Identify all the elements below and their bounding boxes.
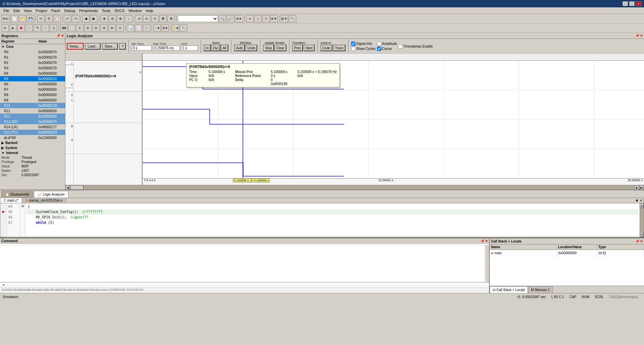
tb-config-btn[interactable]: ⚙▼ <box>235 15 243 22</box>
la-scroll-thumb[interactable] <box>70 185 84 190</box>
la-clear-btn[interactable]: Clear <box>274 45 286 51</box>
cs-tab-callstack[interactable]: ⛁ Call Stack + Locals <box>490 286 528 293</box>
reg-row-r13[interactable]: R13 (SP) 0x20006670 <box>0 119 65 124</box>
restore-btn[interactable]: □ <box>629 1 635 6</box>
tb-debug-rst-btn[interactable]: ⟳ <box>1 24 9 32</box>
tb-debug-x-btn[interactable]: ✕ <box>262 15 270 22</box>
la-timestamps-check[interactable]: Timestamps Enable <box>398 44 433 49</box>
tb-step-out-btn[interactable]: ↑ <box>42 24 49 32</box>
la-waveform-draw[interactable]: (PORTB&0x00000200)>>9 Time: Value: PC S:… <box>143 61 644 178</box>
la-show-cycles-input[interactable] <box>351 47 356 51</box>
la-scroll-track[interactable] <box>70 185 635 190</box>
code-scroll-up[interactable]: ▲ <box>640 203 644 208</box>
tb-run-btn[interactable]: ▶ <box>9 24 17 32</box>
la-timestamps-input[interactable] <box>398 44 402 49</box>
code-tab-startup[interactable]: A startup_stm32f103xb.s <box>22 198 66 203</box>
menu-peripherals[interactable]: Peripherals <box>77 8 100 13</box>
la-cursor-input[interactable] <box>377 47 381 51</box>
reg-row-r4[interactable]: R4 0x00000000 <box>0 71 65 76</box>
menu-debug[interactable]: Debug <box>62 8 77 13</box>
reg-row-r3[interactable]: R3 0x20000270 <box>0 65 65 71</box>
reg-row-r11[interactable]: R11 0x00000000 <box>0 108 65 114</box>
la-amplitude-check[interactable]: Amplitude <box>377 42 397 46</box>
command-pin-icon[interactable]: 📌 <box>480 239 484 243</box>
la-scroll-right-btn[interactable]: ▶ <box>635 185 639 190</box>
reg-row-xpsr[interactable]: ⊞xPSR 0x21000000 <box>0 135 65 140</box>
minimize-btn[interactable]: ─ <box>623 1 628 6</box>
tb-dbgconf-btn[interactable]: ⚙▼ <box>161 24 169 32</box>
callstack-header-controls[interactable]: 📌 ✕ <box>635 239 643 243</box>
reg-group-banked[interactable]: ▶ Banked <box>0 140 65 145</box>
code-close-icon[interactable]: ✕ <box>640 199 642 202</box>
menu-flash[interactable]: Flash <box>49 8 62 13</box>
menu-file[interactable]: File <box>1 8 11 13</box>
la-signal-info-check[interactable]: Signal Info <box>351 42 376 46</box>
reg-row-r12[interactable]: R12 0x20000050 <box>0 114 65 119</box>
tb-bp3-btn[interactable]: ⊗ <box>117 15 124 22</box>
reg-row-r1[interactable]: R1 0x20000270 <box>0 55 65 60</box>
menu-edit[interactable]: Edit <box>11 8 22 13</box>
tb-bp4-btn[interactable]: ↓ <box>125 15 132 22</box>
la-auto-btn[interactable]: Auto <box>234 45 245 51</box>
tb-redo-btn[interactable]: ↪ <box>72 15 79 22</box>
menu-window[interactable]: Window <box>126 8 144 13</box>
la-mintime-input[interactable] <box>131 46 152 51</box>
tb-indent-btn[interactable]: ⇥ <box>135 15 143 22</box>
tab-logic-analyzer[interactable]: 📈 Logic Analyzer <box>34 191 68 198</box>
tb-search-btn[interactable]: 🔍 <box>219 15 226 22</box>
registers-close-icon[interactable]: ✕ <box>61 34 64 38</box>
menu-svcs[interactable]: SVCS <box>112 8 126 13</box>
reg-row-r2[interactable]: R2 0x20000270 <box>0 60 65 65</box>
tb-watch-win[interactable]: 👁 <box>100 24 108 32</box>
tb-debug-red-btn[interactable]: ● <box>246 15 254 22</box>
la-grid-input[interactable] <box>181 46 198 51</box>
code-scroll-down[interactable]: ▼ <box>640 232 644 237</box>
callstack-close-icon[interactable]: ✕ <box>640 239 643 243</box>
tb-copy-btn[interactable]: ⎘ <box>45 15 53 22</box>
command-header-controls[interactable]: 📌 ✕ <box>480 239 488 243</box>
tb-undo-btn[interactable]: ↩ <box>64 15 71 22</box>
command-scrollbar[interactable] <box>485 245 489 282</box>
code-scroll-track[interactable] <box>640 208 644 232</box>
tb-tools2-btn[interactable]: 🔧 <box>289 15 296 22</box>
la-scroll-end-btn[interactable]: ▶| <box>639 185 644 190</box>
tb-stop-debug-btn[interactable]: ⏹ <box>17 24 25 32</box>
reg-row-r6[interactable]: R6 0x00000000 <box>0 81 65 87</box>
tb-more-btn[interactable]: ⋯▼ <box>153 24 161 32</box>
tb-outdent-btn[interactable]: ⇤ <box>143 15 151 22</box>
la-show-cycles-check[interactable]: Show Cycles <box>351 47 376 51</box>
menu-tools[interactable]: Tools <box>100 8 113 13</box>
code-tab-main[interactable]: C main.c* <box>0 198 22 203</box>
callstack-pin-icon[interactable]: 📌 <box>635 239 639 243</box>
tb-step-over-btn[interactable]: ↷ <box>34 24 41 32</box>
tb-logic-btn[interactable]: 📈 <box>135 24 142 32</box>
tb-win-btn[interactable]: ⊞▼ <box>281 15 288 22</box>
reg-row-r8[interactable]: R8 0x00000000 <box>0 92 65 97</box>
tb-cmd-win[interactable]: ⌨ <box>60 24 67 32</box>
tb-perf-btn[interactable]: 📊 <box>127 24 134 32</box>
code-dropdown-icon[interactable]: ▼ <box>635 198 639 203</box>
la-undo-btn[interactable]: Undo <box>245 45 257 51</box>
tb-target-combo[interactable] <box>178 15 218 22</box>
cs-tab-memory[interactable]: M Memory 1 <box>528 286 553 293</box>
la-scroll-left-btn[interactable]: ◀ <box>65 185 70 190</box>
tb-open-btn[interactable]: 📂 <box>19 15 26 22</box>
reg-group-internal[interactable]: ▼ Internal <box>0 150 65 155</box>
la-save-btn[interactable]: Save... <box>102 43 118 50</box>
menu-help[interactable]: Help <box>144 8 155 13</box>
reg-row-r7[interactable]: R7 0x00000000 <box>0 87 65 92</box>
tb-format-btn[interactable]: ≡ <box>151 15 159 22</box>
tb-new-btn[interactable]: 📄 <box>11 15 18 22</box>
la-load-btn[interactable]: Load... <box>85 43 101 50</box>
code-scrollbar[interactable]: ▲ ▼ <box>640 203 644 237</box>
la-help-btn[interactable]: ? <box>119 43 126 50</box>
la-cursor-check[interactable]: Cursor <box>377 47 397 51</box>
registers-panel-controls[interactable]: 📌 ✕ <box>56 34 64 38</box>
code-tabs-controls[interactable]: ▼ ✕ <box>66 198 644 203</box>
la-zoom-all-btn[interactable]: All <box>221 45 228 51</box>
la-trace-btn[interactable]: Trace <box>333 45 345 51</box>
tb-trace-btn[interactable]: ~ <box>143 24 150 32</box>
la-next-btn[interactable]: Next <box>304 45 315 51</box>
la-header-controls[interactable]: 📌 ✕ <box>635 34 643 38</box>
tb-extra-btn[interactable]: ⚡▼ <box>172 24 179 32</box>
